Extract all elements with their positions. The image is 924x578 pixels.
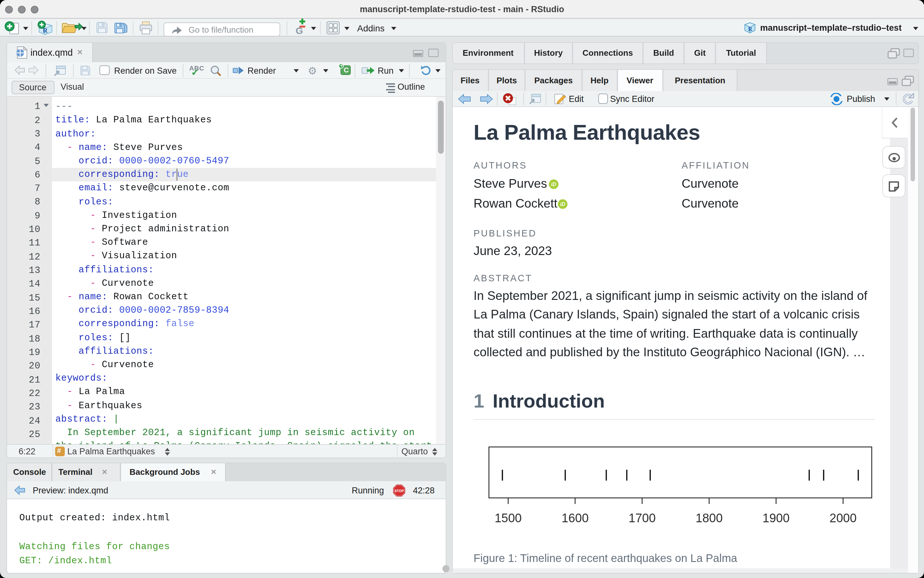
svg-text:1700: 1700	[628, 511, 656, 525]
svg-text:iD: iD	[551, 181, 556, 187]
svg-text:iD: iD	[560, 201, 565, 207]
svg-text:1500: 1500	[495, 511, 522, 525]
svg-text:STOP: STOP	[394, 489, 403, 492]
svg-text:R: R	[748, 26, 753, 32]
svg-text:1800: 1800	[695, 511, 723, 525]
svg-text:1600: 1600	[561, 511, 589, 525]
svg-text:1900: 1900	[762, 511, 789, 525]
svg-text:2000: 2000	[829, 511, 856, 525]
